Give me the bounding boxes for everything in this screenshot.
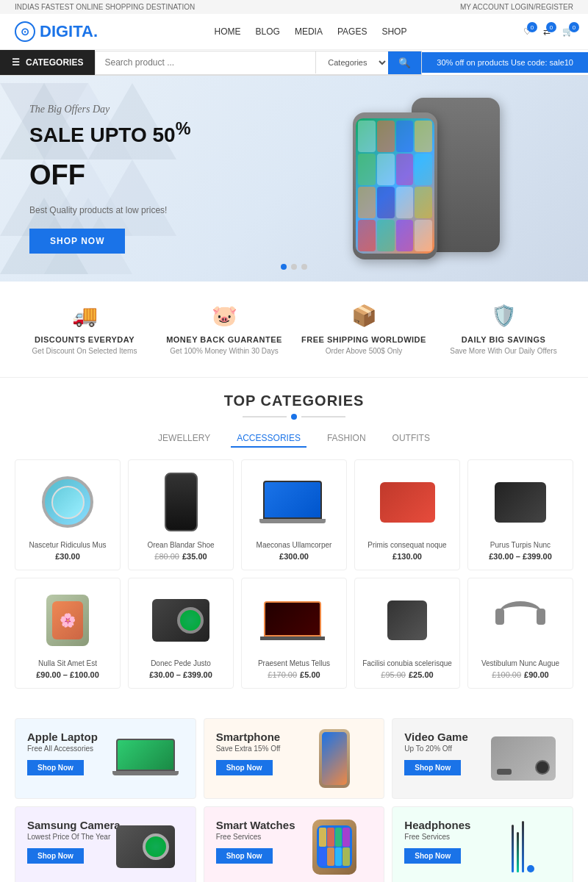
- product-grid-row2: 🌸 Nulla Sit Amet Est £90.00 – £100.00 Do…: [15, 578, 573, 689]
- product-img-2: [135, 469, 227, 535]
- product-card-8[interactable]: Praesent Metus Tellus £170.00£5.00: [241, 578, 347, 689]
- product-price-6: £90.00 – £100.00: [21, 670, 114, 679]
- product-name-1: Nascetur Ridiculus Mus: [21, 541, 114, 549]
- product-card-10[interactable]: Vestibulum Nunc Augue £100.00£90.00: [467, 578, 573, 689]
- cart-icon-wrap[interactable]: 🛒 0: [562, 26, 573, 37]
- tab-jewellery[interactable]: JEWELLERY: [152, 430, 216, 448]
- product-name-3: Maeconas Ullamcorper: [248, 541, 340, 549]
- tab-outfits[interactable]: OUTFITS: [387, 430, 436, 448]
- nav-pages[interactable]: PAGES: [337, 26, 367, 37]
- feature-discounts-desc: Get Discount On Selected Items: [15, 347, 154, 355]
- promo-samsung-camera: Samsung Camera Lowest Price Of The Year …: [15, 806, 196, 882]
- product-card-7[interactable]: Donec Pede Justo £30.00 – £399.00: [128, 578, 234, 689]
- promo-headphones: Headphones Free Services Shop Now: [392, 806, 573, 882]
- logo-text: DIGITA.: [40, 22, 98, 41]
- product-card-2[interactable]: Orean Blandar Shoe £80.00£35.00: [128, 459, 234, 570]
- divider-line-left: [243, 416, 287, 417]
- nav-shop[interactable]: SHOP: [381, 26, 406, 37]
- promo-headphones-btn[interactable]: Shop Now: [404, 848, 461, 864]
- product-price-7: £30.00 – £399.00: [135, 670, 227, 679]
- top-bar-right: MY ACCOUNT LOGIN/REGISTER: [460, 3, 573, 11]
- product-price-8: £170.00£5.00: [248, 670, 340, 679]
- product-price-10: £100.00£90.00: [474, 670, 567, 679]
- product-card-6[interactable]: 🌸 Nulla Sit Amet Est £90.00 – £100.00: [15, 578, 121, 689]
- tab-fashion[interactable]: FASHION: [321, 430, 372, 448]
- moneyback-icon: 🐷: [154, 304, 294, 328]
- promo-apple-laptop-btn[interactable]: Shop Now: [27, 760, 84, 775]
- product-grid-row1: Nascetur Ridiculus Mus £30.00 Orean Blan…: [15, 459, 573, 570]
- product-img-4: [361, 469, 453, 535]
- savings-icon: 🛡️: [434, 304, 573, 328]
- promo-smartphone: Smartphone Save Extra 15% Off Shop Now: [204, 718, 385, 799]
- category-select[interactable]: Categories: [315, 51, 388, 74]
- nav-media[interactable]: MEDIA: [295, 26, 323, 37]
- search-input[interactable]: [96, 51, 315, 74]
- categories-button[interactable]: ☰ CATEGORIES: [0, 50, 95, 75]
- feature-moneyback-desc: Get 100% Money Within 30 Days: [154, 347, 294, 355]
- promo-apple-laptop-img: [96, 719, 196, 798]
- promo-text: 30% off on products Use code: sale10: [437, 58, 573, 67]
- compare-count: 0: [546, 22, 556, 32]
- hero-dot-1[interactable]: [281, 264, 287, 270]
- product-card-3[interactable]: Maeconas Ullamcorper £300.00: [241, 459, 347, 570]
- product-name-6: Nulla Sit Amet Est: [21, 659, 114, 667]
- hero-phone-group: [353, 98, 500, 259]
- logo: ⊙ DIGITA.: [15, 21, 98, 42]
- section-divider: [15, 414, 573, 420]
- product-img-1: [21, 469, 114, 535]
- product-card-9[interactable]: Facilisi conubia scelerisque £95.00£25.0…: [354, 578, 460, 689]
- divider-line-right: [301, 416, 345, 417]
- header-icons: ♡ 0 ⇄ 0 🛒 0: [523, 26, 573, 37]
- promo-smartphone-btn[interactable]: Shop Now: [216, 760, 273, 775]
- promo-smart-watches-btn[interactable]: Shop Now: [216, 848, 273, 864]
- promo-banners-section: Apple Laptop Free All Accessories Shop N…: [0, 711, 588, 882]
- promo-bar: 30% off on products Use code: sale10: [422, 52, 588, 73]
- feature-savings-title: DAILY BIG SAVINGS: [434, 335, 573, 344]
- product-name-10: Vestibulum Nunc Augue: [474, 659, 567, 667]
- shipping-icon: 📦: [294, 304, 434, 328]
- feature-moneyback: 🐷 MONEY BACK GUARANTEE Get 100% Money Wi…: [154, 304, 294, 355]
- wishlist-icon-wrap[interactable]: ♡ 0: [523, 26, 531, 37]
- hero-dots: [281, 264, 307, 270]
- hero-desc: Best Quality products at low prices!: [29, 205, 294, 215]
- search-button[interactable]: 🔍: [388, 51, 421, 74]
- search-area: Categories 🔍: [95, 51, 422, 75]
- top-bar: INDIAS FASTEST ONLINE SHOPPING DESTINATI…: [0, 0, 588, 14]
- main-nav: HOME BLOG MEDIA PAGES SHOP: [215, 26, 407, 37]
- product-name-2: Orean Blandar Shoe: [135, 541, 227, 549]
- product-img-8: [248, 587, 340, 653]
- feature-savings: 🛡️ DAILY BIG SAVINGS Save More With Our …: [434, 304, 573, 355]
- product-name-7: Donec Pede Justo: [135, 659, 227, 667]
- nav-blog[interactable]: BLOG: [256, 26, 280, 37]
- logo-icon: ⊙: [15, 21, 35, 42]
- hero-dot-2[interactable]: [291, 264, 297, 270]
- product-card-4[interactable]: Primis consequat noque £130.00: [354, 459, 460, 570]
- hero-title-main: SALE UPTO 50%: [29, 123, 190, 146]
- promo-smart-watches: Smart Watches Free Services Shop Now: [204, 806, 385, 882]
- product-card-1[interactable]: Nascetur Ridiculus Mus £30.00: [15, 459, 121, 570]
- nav-home[interactable]: HOME: [215, 26, 241, 37]
- product-price-2: £80.00£35.00: [135, 552, 227, 561]
- phone-front: [353, 112, 437, 259]
- compare-icon-wrap[interactable]: ⇄ 0: [543, 26, 551, 37]
- category-tabs: JEWELLERY ACCESSORIES FASHION OUTFITS: [15, 430, 573, 448]
- promo-videogame: Video Game Up To 20% Off Shop Now: [392, 718, 573, 799]
- hero-dot-3[interactable]: [301, 264, 307, 270]
- product-card-5[interactable]: Purus Turpis Nunc £30.00 – £399.00: [467, 459, 573, 570]
- hero-section: The Big Offers Day SALE UPTO 50% OFF Bes…: [0, 76, 588, 282]
- product-img-5: [474, 469, 567, 535]
- feature-discounts: 🚚 DISCOUNTS EVERYDAY Get Discount On Sel…: [15, 304, 154, 355]
- promo-videogame-btn[interactable]: Shop Now: [404, 760, 461, 775]
- features-section: 🚚 DISCOUNTS EVERYDAY Get Discount On Sel…: [0, 282, 588, 378]
- divider-dot: [291, 414, 297, 420]
- promo-samsung-camera-btn[interactable]: Shop Now: [27, 848, 84, 864]
- promo-smartphone-img: [285, 719, 384, 798]
- promo-videogame-img: [473, 719, 573, 798]
- feature-shipping-title: FREE SHIPPING WORLDWIDE: [294, 335, 434, 344]
- product-price-3: £300.00: [248, 552, 340, 561]
- discounts-icon: 🚚: [15, 304, 154, 328]
- tab-accessories[interactable]: ACCESSORIES: [231, 430, 306, 448]
- feature-shipping: 📦 FREE SHIPPING WORLDWIDE Order Above 50…: [294, 304, 434, 355]
- hero-shop-now-button[interactable]: SHOP NOW: [29, 229, 125, 254]
- product-img-6: 🌸: [21, 587, 114, 653]
